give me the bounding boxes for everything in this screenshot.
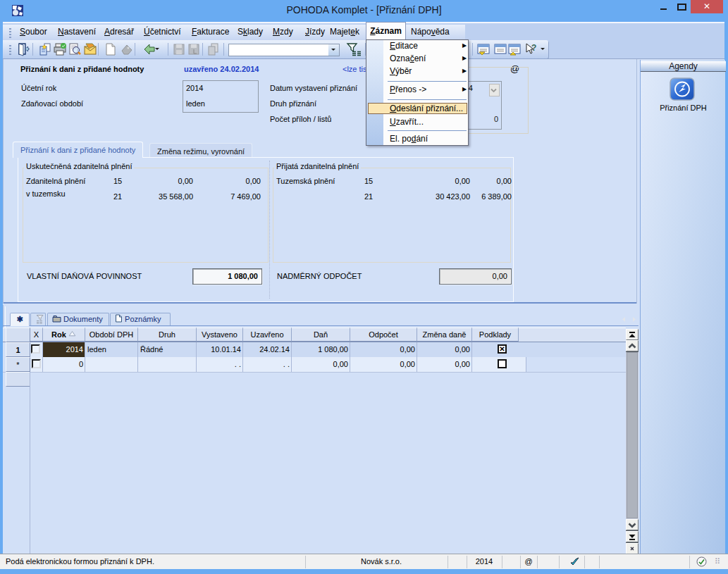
svg-text:?: ? [531,43,536,53]
